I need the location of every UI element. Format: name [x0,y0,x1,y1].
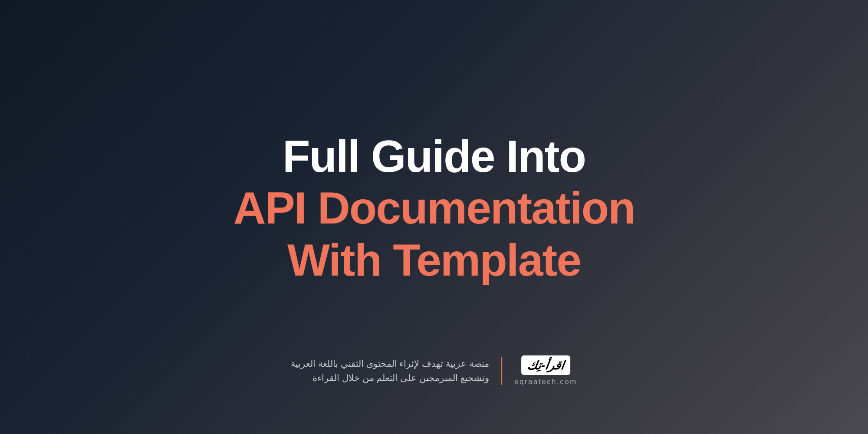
logo-box: اقرأ-تِك [521,355,570,375]
arabic-description: منصة عربية تهدف لإثراء المحتوى التقني با… [291,357,489,385]
arabic-line-1: منصة عربية تهدف لإثراء المحتوى التقني با… [291,357,489,371]
logo-section: اقرأ-تِك eqraatech.com [514,355,577,386]
arabic-line-2: وتشجيع المبرمجين على التعلم من خلال القر… [291,371,489,385]
title-container: Full Guide Into API Documentation With T… [233,131,635,286]
title-line-1: Full Guide Into [233,131,635,183]
title-line-3: With Template [233,234,635,286]
website-url: eqraatech.com [514,378,577,386]
logo-text: اقرأ-تِك [526,358,565,372]
footer: منصة عربية تهدف لإثراء المحتوى التقني با… [291,355,577,386]
title-line-2: API Documentation [233,182,635,234]
divider [501,357,502,385]
